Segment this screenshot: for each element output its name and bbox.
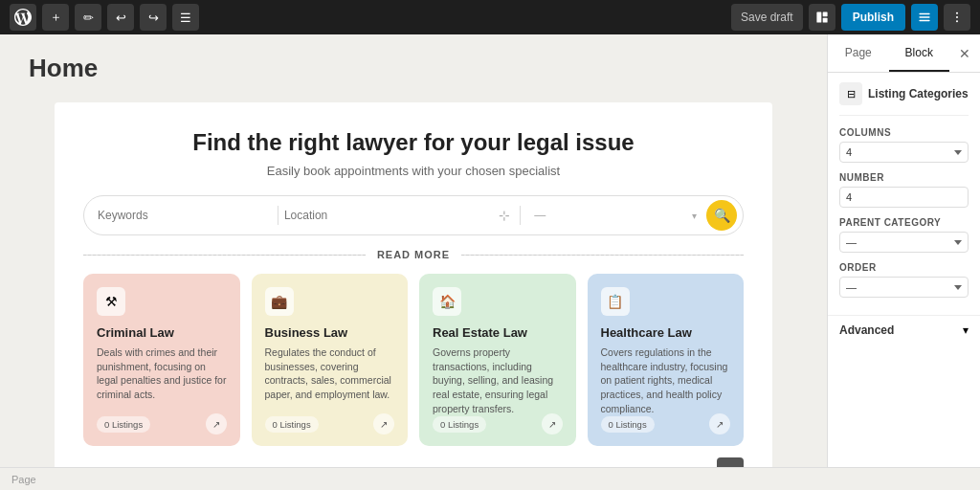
search-divider-2 bbox=[520, 206, 521, 225]
panel-block-name: Listing Categories bbox=[868, 87, 969, 100]
edit-icon-btn[interactable]: ✏ bbox=[75, 4, 101, 31]
read-more-button[interactable]: READ MORE bbox=[366, 249, 461, 260]
card-listings-criminal: 0 Listings bbox=[97, 416, 150, 433]
add-block-row: ＋ bbox=[83, 457, 744, 467]
healthcare-law-icon: 📋 bbox=[601, 287, 630, 316]
top-bar-left: ＋ ✏ ↩ ↪ ☰ bbox=[10, 4, 199, 31]
panel-block-header: ⊟ Listing Categories bbox=[839, 82, 969, 116]
card-arrow-business[interactable]: ↗ bbox=[373, 413, 394, 434]
tab-block[interactable]: Block bbox=[889, 34, 950, 72]
top-bar: ＋ ✏ ↩ ↪ ☰ Save draft Publish bbox=[0, 0, 980, 34]
panel-tabs: Page Block ✕ bbox=[828, 34, 980, 73]
read-more-line-left bbox=[83, 255, 366, 256]
top-bar-right: Save draft Publish bbox=[731, 4, 970, 31]
card-title-realestate: Real Estate Law bbox=[433, 325, 563, 340]
view-button[interactable] bbox=[809, 4, 835, 31]
undo-btn[interactable]: ↩ bbox=[107, 4, 134, 31]
bottom-bar: Page bbox=[0, 467, 980, 490]
save-draft-button[interactable]: Save draft bbox=[731, 4, 803, 31]
bottom-page-label: Page bbox=[11, 474, 36, 485]
svg-rect-3 bbox=[919, 13, 929, 14]
svg-rect-0 bbox=[816, 11, 821, 22]
panel-close-button[interactable]: ✕ bbox=[949, 34, 980, 72]
columns-label: COLUMNS bbox=[839, 127, 969, 138]
parent-category-label: PARENT CATEGORY bbox=[839, 217, 969, 228]
add-block-button[interactable]: ＋ bbox=[717, 457, 744, 467]
card-business-law[interactable]: 💼 Business Law Regulates the conduct of … bbox=[252, 274, 409, 446]
business-law-icon: 💼 bbox=[265, 287, 294, 316]
card-title-criminal: Criminal Law bbox=[97, 325, 227, 340]
order-label: ORDER bbox=[839, 262, 969, 273]
category-text: — bbox=[526, 209, 692, 222]
editor-area: Home Find the right lawyer for your lega… bbox=[0, 34, 827, 467]
listing-categories-icon: ⊟ bbox=[839, 82, 862, 105]
advanced-label: Advanced bbox=[839, 323, 894, 337]
card-footer-business: 0 Listings ↗ bbox=[265, 413, 395, 434]
read-more-line-right bbox=[461, 255, 744, 256]
realestate-law-icon: 🏠 bbox=[433, 287, 461, 316]
location-icon: ⊹ bbox=[499, 208, 510, 223]
keywords-input[interactable] bbox=[98, 209, 272, 222]
number-label: NUMBER bbox=[839, 172, 969, 183]
wordpress-icon[interactable] bbox=[10, 4, 36, 31]
svg-rect-4 bbox=[919, 16, 929, 17]
card-listings-realestate: 0 Listings bbox=[433, 416, 486, 433]
hero-title: Find the right lawyer for your legal iss… bbox=[83, 129, 744, 156]
location-input[interactable] bbox=[284, 209, 493, 222]
card-realestate-law[interactable]: 🏠 Real Estate Law Governs property trans… bbox=[419, 274, 576, 446]
settings-panel-button[interactable] bbox=[911, 4, 938, 31]
svg-point-7 bbox=[956, 16, 958, 18]
card-footer-criminal: 0 Listings ↗ bbox=[97, 413, 227, 434]
panel-body: ⊟ Listing Categories COLUMNS 4 1 2 3 NUM… bbox=[828, 73, 980, 307]
advanced-section[interactable]: Advanced ▾ bbox=[828, 315, 980, 345]
card-listings-business: 0 Listings bbox=[265, 416, 319, 433]
page-title: Home bbox=[29, 54, 798, 83]
card-listings-healthcare: 0 Listings bbox=[601, 416, 655, 433]
card-footer-realestate: 0 Listings ↗ bbox=[433, 413, 563, 434]
sidebar-panel: Page Block ✕ ⊟ Listing Categories COLUMN… bbox=[827, 34, 980, 467]
category-segment: — ▾ bbox=[526, 209, 701, 222]
advanced-chevron-icon: ▾ bbox=[963, 323, 969, 337]
number-input[interactable] bbox=[839, 187, 969, 208]
more-options-button[interactable] bbox=[944, 4, 970, 31]
tab-page[interactable]: Page bbox=[828, 34, 889, 72]
search-bar: ⊹ — ▾ 🔍 bbox=[83, 195, 744, 235]
order-select[interactable]: — ASC DESC bbox=[839, 277, 969, 298]
card-criminal-law[interactable]: ⚒ Criminal Law Deals with crimes and the… bbox=[83, 274, 240, 446]
add-block-icon-btn[interactable]: ＋ bbox=[42, 4, 69, 31]
card-healthcare-law[interactable]: 📋 Healthcare Law Covers regulations in t… bbox=[588, 274, 745, 446]
svg-point-6 bbox=[956, 12, 958, 14]
card-desc-realestate: Governs property transactions, including… bbox=[433, 345, 563, 415]
parent-category-select[interactable]: — bbox=[839, 232, 969, 253]
redo-btn[interactable]: ↪ bbox=[140, 4, 167, 31]
columns-select[interactable]: 4 1 2 3 bbox=[839, 142, 969, 163]
card-footer-healthcare: 0 Listings ↗ bbox=[601, 413, 731, 434]
card-arrow-realestate[interactable]: ↗ bbox=[542, 413, 563, 434]
cards-grid: ⚒ Criminal Law Deals with crimes and the… bbox=[83, 274, 744, 446]
svg-rect-5 bbox=[919, 20, 929, 21]
svg-point-8 bbox=[956, 20, 958, 22]
search-button[interactable]: 🔍 bbox=[706, 200, 737, 231]
card-desc-criminal: Deals with crimes and their punishment, … bbox=[97, 345, 227, 402]
card-title-business: Business Law bbox=[265, 325, 395, 340]
card-desc-healthcare: Covers regulations in the healthcare ind… bbox=[601, 345, 731, 415]
card-arrow-criminal[interactable]: ↗ bbox=[206, 413, 227, 434]
svg-rect-2 bbox=[822, 18, 827, 23]
search-divider-1 bbox=[278, 206, 278, 225]
chevron-down-icon: ▾ bbox=[692, 211, 697, 221]
criminal-law-icon: ⚒ bbox=[97, 287, 125, 316]
card-arrow-healthcare[interactable]: ↗ bbox=[709, 413, 730, 434]
card-title-healthcare: Healthcare Law bbox=[601, 325, 731, 340]
svg-rect-1 bbox=[822, 11, 827, 16]
main-layout: Home Find the right lawyer for your lega… bbox=[0, 34, 980, 467]
hero-subtitle: Easily book appointments with your chose… bbox=[83, 164, 744, 178]
read-more-row: READ MORE bbox=[83, 249, 744, 260]
editor-content: Find the right lawyer for your legal iss… bbox=[55, 102, 772, 467]
card-desc-business: Regulates the conduct of businesses, cov… bbox=[265, 345, 395, 402]
list-view-btn[interactable]: ☰ bbox=[172, 4, 199, 31]
publish-button[interactable]: Publish bbox=[841, 4, 905, 31]
